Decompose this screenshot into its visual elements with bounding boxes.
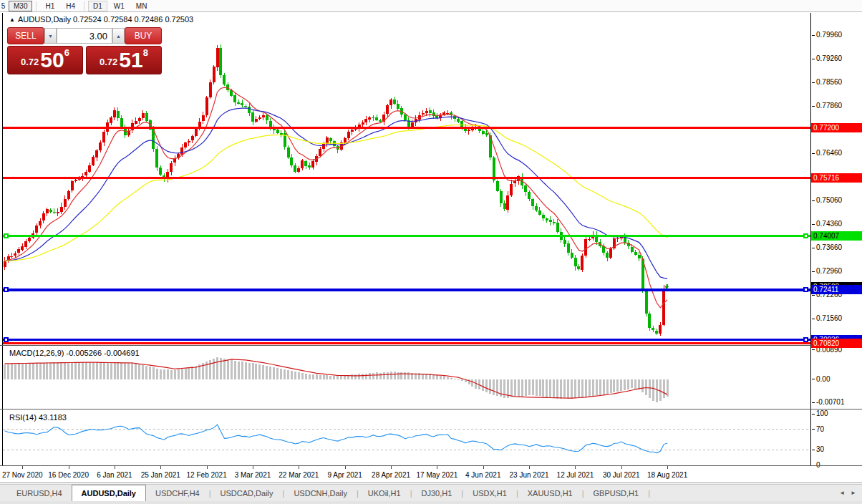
chart-tab-bar: EURUSD,H4AUDUSD,DailyUSDCHF,H4|USDCAD,Da… [0, 484, 862, 501]
bid-price-pip: 6 [64, 48, 69, 57]
price-axis-tick: 0.78560 [812, 78, 862, 87]
horizontal-level-line[interactable] [3, 339, 810, 341]
timeframe-button-w1[interactable]: W1 [109, 1, 130, 11]
volume-increase-button[interactable]: ▲ [112, 28, 125, 44]
price-axis-tick: 0.72960 [812, 267, 862, 276]
rsi-dateaxis-separator [0, 465, 862, 466]
tabs-scroll-left-button[interactable]: ◄ [839, 490, 845, 496]
date-axis-label: 23 Jun 2021 [510, 471, 549, 479]
line-handle-left[interactable] [4, 287, 9, 292]
chart-tab-eurusd[interactable]: EURUSD,H4 [7, 485, 72, 501]
horizontal-level-line[interactable] [3, 342, 810, 344]
buy-price-box[interactable]: 0.72 51 8 [86, 46, 162, 74]
tick-dash-icon [812, 82, 815, 83]
tabs-scroll-right-button[interactable]: ► [851, 490, 856, 496]
chart-tab-usdchf[interactable]: USDCHF,H4 [146, 485, 209, 501]
tick-dash-icon [812, 248, 815, 248]
line-handle-left[interactable] [4, 233, 9, 238]
chart-tab-usdcad[interactable]: USDCAD,Daily [211, 485, 283, 501]
tick-label: 0.75060 [816, 196, 842, 204]
tick-label: 0.79960 [816, 31, 842, 39]
one-click-trade-panel: SELL ▼ 3.00 ▲ BUY 0.72 50 6 0.72 51 8 [7, 27, 162, 74]
chart-tab-ukoil[interactable]: UKOil,H1 [359, 485, 410, 501]
timeframe-button-h1[interactable]: H1 [40, 1, 59, 11]
chart-tab-dj30[interactable]: DJ30,H1 [412, 485, 462, 501]
level-price-badge: 0.72411 [811, 285, 862, 294]
macd-axis-tick: -0.00701 [812, 398, 862, 407]
buy-button[interactable]: BUY [125, 27, 162, 44]
line-handle-right[interactable] [803, 337, 808, 342]
macd-rsi-separator[interactable] [0, 409, 862, 410]
tick-label: 0.71560 [816, 314, 842, 322]
chart-title-text: AUDUSD,Daily 0.72524 0.72584 0.72486 0.7… [18, 15, 193, 24]
horizontal-level-line[interactable] [3, 235, 810, 237]
horizontal-level-line[interactable] [3, 127, 810, 129]
volume-decrease-button[interactable]: ▼ [44, 28, 57, 44]
ask-price-pip: 8 [143, 48, 148, 57]
timeframe-button-mn[interactable]: MN [131, 1, 152, 11]
tick-label: 0.73660 [816, 243, 842, 251]
tick-label: 0.79260 [816, 54, 842, 62]
chart-tab-usdcnh[interactable]: USDCNH,Daily [284, 485, 357, 501]
date-axis-label: 22 Mar 2021 [279, 471, 319, 479]
horizontal-level-line[interactable] [3, 177, 810, 179]
bid-price-big: 50 [40, 49, 64, 72]
chart-tab-gbpusd[interactable]: GBPUSD,H1 [584, 485, 649, 501]
sell-price-box[interactable]: 0.72 50 6 [7, 46, 83, 74]
timeframe-button-m30[interactable]: M30 [9, 1, 32, 11]
date-axis-label: 27 Nov 2020 [2, 471, 43, 479]
price-axis-tick: 0.75060 [812, 196, 862, 205]
date-axis-tick [483, 466, 484, 469]
tick-dash-icon [812, 319, 815, 319]
tick-dash-icon [812, 106, 815, 107]
rsi-indicator-canvas[interactable] [3, 411, 810, 465]
tick-label: 0.72960 [816, 267, 842, 275]
rsi-axis-tick: 100 [812, 410, 862, 418]
date-axis-label: 12 Jul 2021 [557, 471, 594, 479]
date-axis-label: 25 Jan 2021 [141, 471, 180, 479]
date-axis-tick [207, 466, 208, 469]
tick-label: 0.74360 [816, 220, 842, 228]
chart-tab-audusd[interactable]: AUDUSD,Daily [72, 485, 146, 501]
date-axis-tick [621, 466, 622, 469]
date-axis-label: 30 Jul 2021 [603, 471, 640, 479]
date-axis-tick [299, 466, 299, 469]
date-axis-tick [345, 466, 346, 469]
date-axis-label: 3 Mar 2021 [235, 471, 271, 479]
date-axis-tick [69, 466, 69, 469]
timeframe-button-5[interactable]: 5 [1, 1, 7, 11]
line-handle-right[interactable] [803, 287, 808, 292]
mt4-window: 5M30H1H4D1W1MN ▲AUDUSD,Daily 0.72524 0.7… [0, 0, 862, 504]
main-macd-separator[interactable] [0, 345, 862, 346]
date-axis-label: 18 Aug 2021 [647, 471, 687, 479]
date-axis-label: 6 Jan 2021 [97, 471, 132, 479]
line-handle-left[interactable] [4, 337, 9, 342]
macd-axis-tick: 0.00 [812, 375, 862, 384]
rsi-label: RSI(14) 43.1183 [9, 413, 67, 422]
tick-dash-icon [812, 271, 815, 272]
sell-button[interactable]: SELL [7, 27, 44, 44]
rsi-line [5, 425, 668, 452]
price-axis-tick: 0.77860 [812, 102, 862, 110]
volume-input[interactable]: 3.00 [57, 28, 112, 44]
level-price-badge: 0.74007 [811, 231, 862, 241]
status-strip [0, 501, 862, 504]
price-axis-tick: 0.79960 [812, 31, 862, 39]
date-axis-tick [160, 466, 161, 469]
date-axis-label: 17 May 2021 [416, 471, 457, 479]
chart-collapse-icon[interactable]: ▲ [9, 16, 15, 23]
timeframe-button-d1[interactable]: D1 [88, 1, 107, 11]
ask-price-prefix: 0.72 [100, 53, 117, 72]
line-handle-right[interactable] [803, 233, 808, 238]
chart-tab-usdx[interactable]: USDX,H1 [463, 485, 516, 501]
horizontal-level-line[interactable] [3, 289, 810, 291]
price-axis-tick: 0.79260 [812, 54, 862, 63]
tick-label: 0.78560 [816, 78, 842, 86]
date-axis-tick [22, 466, 23, 469]
date-axis-label: 28 Apr 2021 [372, 471, 410, 479]
chart-tab-xauusd[interactable]: XAUUSD,H1 [518, 485, 582, 501]
ask-price-big: 51 [119, 49, 142, 72]
timeframe-button-h4[interactable]: H4 [61, 1, 80, 11]
level-price-badge: 0.77200 [811, 123, 862, 132]
date-axis-label: 9 Apr 2021 [328, 471, 362, 479]
